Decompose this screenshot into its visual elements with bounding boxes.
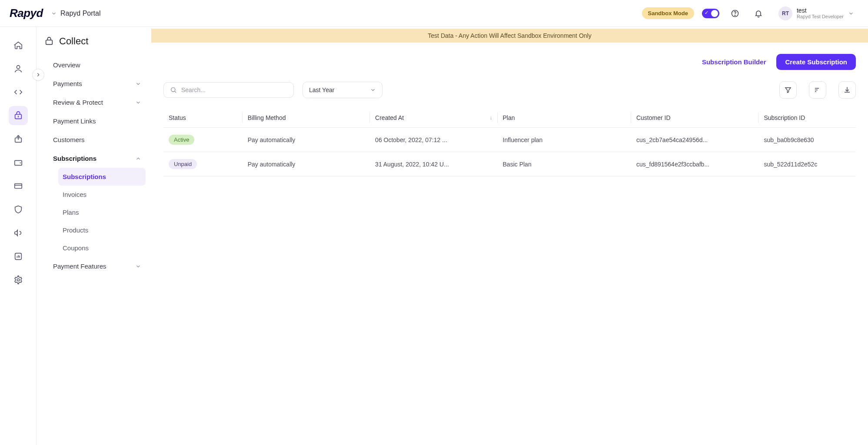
sandbox-toggle[interactable]: ✓: [702, 9, 719, 18]
chevron-down-icon: [135, 263, 141, 269]
svg-line-11: [175, 91, 176, 93]
status-badge: Active: [169, 135, 194, 145]
chevron-down-icon: [848, 10, 854, 17]
subnav-sublink[interactable]: Products: [58, 221, 146, 239]
search-icon: [170, 86, 177, 93]
portal-label: Rapyd Portal: [60, 10, 101, 17]
user-name: test: [797, 7, 844, 14]
sort-button[interactable]: [809, 81, 826, 99]
help-button[interactable]: [727, 6, 743, 21]
column-header[interactable]: Status: [163, 108, 243, 128]
filter-icon: [784, 86, 792, 94]
rail-wallet[interactable]: [9, 153, 28, 172]
chevron-down-icon: [370, 87, 376, 93]
filter-button[interactable]: [779, 81, 797, 99]
chevron-up-icon: [135, 156, 141, 162]
collect-icon: [13, 111, 23, 120]
svg-point-1: [735, 15, 735, 15]
main: Test Data - Any Action Will Affect Sandb…: [151, 27, 868, 445]
subnav-group[interactable]: Subscriptions: [49, 149, 146, 168]
topbar: Rapyd Rapyd Portal Sandbox Mode ✓ RT tes…: [0, 0, 868, 27]
user-role: Rapyd Test Developer: [797, 14, 844, 20]
cell-created: 31 August, 2022, 10:42 U...: [370, 152, 497, 176]
subnav-group[interactable]: Payment Features: [49, 257, 146, 276]
subnav-group[interactable]: Payments: [49, 74, 146, 93]
date-range-select[interactable]: Last Year: [303, 82, 382, 98]
cell-plan: Basic Plan: [498, 152, 631, 176]
chevron-down-icon: [135, 81, 141, 87]
collect-icon: [44, 37, 54, 46]
cell-billing: Pay automatically: [243, 152, 370, 176]
gear-icon: [13, 275, 23, 285]
search-input[interactable]: [181, 86, 287, 93]
column-header[interactable]: Billing Method: [243, 108, 370, 128]
user-icon: [13, 64, 23, 73]
subnav-link[interactable]: Payment Links: [49, 112, 146, 130]
download-button[interactable]: [838, 81, 856, 99]
subnav-title: Collect: [44, 36, 151, 47]
toggle-knob: [711, 10, 718, 17]
sandbox-mode-badge: Sandbox Mode: [642, 7, 694, 19]
date-range-label: Last Year: [309, 86, 334, 93]
svg-point-2: [17, 66, 20, 69]
subnav-sublink[interactable]: Plans: [58, 203, 146, 221]
rail-card[interactable]: [9, 176, 28, 196]
chevron-right-icon: [35, 72, 41, 78]
rail-reports[interactable]: [9, 247, 28, 266]
bell-icon: [754, 9, 763, 18]
rail-home[interactable]: [9, 36, 28, 55]
notifications-button[interactable]: [751, 6, 766, 21]
user-meta: test Rapyd Test Developer: [797, 7, 844, 20]
rail-settings[interactable]: [9, 270, 28, 289]
disburse-icon: [13, 134, 23, 144]
subnav-link[interactable]: Overview: [49, 56, 146, 74]
rail-disburse[interactable]: [9, 130, 28, 149]
cell-billing: Pay automatically: [243, 128, 370, 152]
cell-plan: Influencer plan: [498, 128, 631, 152]
check-icon: ✓: [705, 10, 708, 16]
code-icon: [13, 87, 23, 97]
home-icon: [13, 40, 23, 50]
table-toolbar: Last Year: [163, 81, 856, 99]
table-row[interactable]: ActivePay automatically06 October, 2022,…: [163, 128, 856, 152]
cell-subscription_id: sub_522d11d2e52c: [758, 152, 856, 176]
portal-switcher[interactable]: Rapyd Portal: [51, 10, 101, 17]
svg-point-10: [171, 88, 175, 92]
card-icon: [13, 181, 23, 191]
sandbox-banner: Test Data - Any Action Will Affect Sandb…: [151, 29, 868, 43]
subnav: Collect OverviewPaymentsReview & Protect…: [37, 27, 151, 445]
subnav-sublink[interactable]: Subscriptions: [58, 168, 146, 186]
svg-rect-6: [14, 184, 22, 189]
cell-subscription_id: sub_ba0b9c8e630: [758, 128, 856, 152]
rail-developers[interactable]: [9, 83, 28, 102]
column-header[interactable]: Subscription ID: [758, 108, 856, 128]
expand-rail-button[interactable]: [32, 69, 44, 81]
subnav-link[interactable]: Customers: [49, 130, 146, 149]
subscription-builder-link[interactable]: Subscription Builder: [702, 58, 766, 66]
search-input-wrap[interactable]: [163, 82, 294, 98]
rail-account[interactable]: [9, 59, 28, 78]
table-row[interactable]: UnpaidPay automatically31 August, 2022, …: [163, 152, 856, 176]
column-header[interactable]: Plan: [498, 108, 631, 128]
megaphone-icon: [13, 228, 23, 238]
help-icon: [731, 9, 739, 18]
reports-icon: [13, 252, 23, 261]
rail-protect[interactable]: [9, 200, 28, 219]
svg-point-8: [17, 279, 20, 281]
user-menu[interactable]: RT test Rapyd Test Developer: [774, 5, 858, 22]
column-header[interactable]: Created At↓: [370, 108, 497, 128]
sort-arrow-icon: ↓: [490, 115, 492, 121]
avatar: RT: [778, 7, 792, 20]
chevron-down-icon: [51, 10, 57, 17]
rail-collect[interactable]: [9, 106, 28, 125]
subnav-sublink[interactable]: Coupons: [58, 239, 146, 257]
subnav-sublink[interactable]: Invoices: [58, 186, 146, 203]
create-subscription-button[interactable]: Create Subscription: [776, 54, 856, 70]
column-header[interactable]: Customer ID: [631, 108, 758, 128]
rail-marketing[interactable]: [9, 223, 28, 242]
sort-icon: [814, 86, 821, 94]
subnav-group[interactable]: Review & Protect: [49, 93, 146, 112]
chevron-down-icon: [135, 100, 141, 106]
nav-rail: [0, 27, 37, 445]
subscriptions-table: StatusBilling MethodCreated At↓PlanCusto…: [163, 108, 856, 176]
